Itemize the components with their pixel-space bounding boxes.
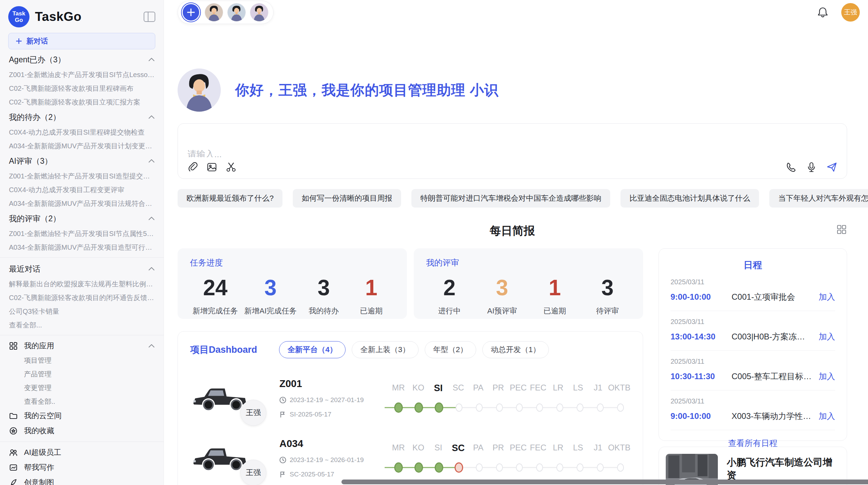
stat-item: 1 已逾期 xyxy=(351,276,392,316)
sidebar-conversation-item[interactable]: C0X4-动力总成开发项目SI里程碑提交物检查 xyxy=(0,125,164,139)
schedule-date: 2025/03/11 xyxy=(671,278,835,286)
dashboard-tab[interactable]: 动总开发（1） xyxy=(482,341,549,358)
dashboard-tab[interactable]: 全新上装（3） xyxy=(352,341,418,358)
recent-chat-avatar[interactable] xyxy=(227,3,246,22)
milestone-node xyxy=(509,462,530,473)
message-input[interactable] xyxy=(188,130,837,157)
sidebar-group-header[interactable]: AI评审（3） xyxy=(0,153,164,169)
suggestion-chip[interactable]: 特朗普可能对进口汽车增税会对中国车企造成哪些影响 xyxy=(411,189,610,208)
sidebar-item-favorites[interactable]: 我的收藏 xyxy=(0,423,164,438)
sidebar-conversation-item[interactable]: Z001-全新燃油轻卡产品开发项目SI造型提交物评审 xyxy=(0,169,164,183)
milestone-dot xyxy=(516,463,523,472)
join-button[interactable]: 加入 xyxy=(819,291,835,302)
new-chat-button[interactable]: 新对话 xyxy=(8,33,155,49)
milestone-node xyxy=(590,402,610,413)
recent-chats-header[interactable]: 最近对话 xyxy=(0,261,164,277)
stat-label: 新增AI完成任务 xyxy=(244,306,297,316)
sidebar-tool-writing[interactable]: 帮我写作 xyxy=(0,460,164,475)
suggestion-chip[interactable]: 比亚迪全固态电池计划具体说了什么 xyxy=(620,189,759,208)
join-button[interactable]: 加入 xyxy=(819,411,835,422)
layout-grid-icon[interactable] xyxy=(836,224,847,235)
milestone-dot xyxy=(536,403,543,412)
milestone-label: SI xyxy=(428,383,448,394)
chevron-up-icon xyxy=(148,159,155,163)
sidebar-group-header[interactable]: 我的评审（2） xyxy=(0,210,164,227)
new-conversation-button[interactable] xyxy=(183,4,199,21)
suggestion-chip[interactable]: 如何写一份清晰的项目周报 xyxy=(293,189,401,208)
milestone-label: J1 xyxy=(588,383,608,394)
recent-chat-avatar[interactable] xyxy=(205,3,223,22)
project-row[interactable]: 王强 Z001 2023-12-19 ~ 2027-01-19 SI-2025-… xyxy=(190,378,630,418)
sidebar-group-header[interactable]: Agent已办（3） xyxy=(0,51,164,68)
sidebar-conversation-item[interactable]: 解释最新出台的欧盟报废车法规再生塑料比例被调至15%... xyxy=(0,277,164,291)
sidebar-conversation-item[interactable]: C02-飞腾新能源轻客改款项目的闭环通告反馈情况 xyxy=(0,291,164,304)
sidebar-conversation-item[interactable]: Z001-全新燃油皮卡产品开发项目SI节点Lesson Learn报告 xyxy=(0,68,164,82)
milestone-dot xyxy=(556,403,563,412)
phone-call-icon[interactable] xyxy=(785,161,797,173)
view-all-schedule-link[interactable]: 查看所有日程 xyxy=(671,430,835,449)
send-icon[interactable] xyxy=(826,161,838,173)
milestone-dot xyxy=(414,402,423,413)
sidebar-conversation-item[interactable]: A034-全新新能源MUV产品开发项目计划变更表编写 xyxy=(0,139,164,153)
milestone-dot xyxy=(455,462,463,473)
chevron-up-icon xyxy=(148,115,155,119)
join-button[interactable]: 加入 xyxy=(819,371,835,382)
sidebar-conversation-item[interactable]: A034-全新新能源MUV产品开发项目法规符合性评审 xyxy=(0,197,164,210)
recent-chat-avatar[interactable] xyxy=(250,3,268,22)
milestone-label: SC xyxy=(448,443,468,453)
notification-bell-icon[interactable] xyxy=(817,7,828,18)
milestone-node xyxy=(570,402,590,413)
sidebar-tool-users[interactable]: AI超级员工 xyxy=(0,445,164,460)
sidebar-conversation-item[interactable]: C02-飞腾新能源轻客改款项目里程碑画布 xyxy=(0,82,164,95)
milestone-label: LS xyxy=(568,383,588,394)
dashboard-tab[interactable]: 全新平台（4） xyxy=(279,341,346,358)
screenshot-scissors-icon[interactable] xyxy=(225,161,237,173)
sidebar-tool-quill[interactable]: 创意制图 xyxy=(0,475,164,485)
image-icon[interactable] xyxy=(206,161,218,173)
stat-value: 3 xyxy=(587,276,628,300)
user-avatar[interactable]: 王强 xyxy=(841,3,860,22)
sidebar-app-item[interactable]: 项目管理 xyxy=(0,353,164,367)
schedule-time: 9:00-10:00 xyxy=(671,411,732,421)
sidebar-app-item[interactable]: 变更管理 xyxy=(0,381,164,395)
sidebar-app-item[interactable]: 产品管理 xyxy=(0,367,164,381)
horizontal-scrollbar[interactable] xyxy=(341,480,868,484)
project-code: A034 xyxy=(279,438,382,449)
sidebar-conversation-item[interactable]: 公司Q3轻卡销量 xyxy=(0,304,164,318)
sidebar-conversation-item[interactable]: C0X4-动力总成开发项目工程变更评审 xyxy=(0,183,164,197)
join-button[interactable]: 加入 xyxy=(819,331,835,342)
project-date-range: 2023-12-19 ~ 2026-01-19 xyxy=(290,456,364,464)
sidebar-group-title: 我的评审（2） xyxy=(9,213,61,224)
sidebar-conversation-item[interactable]: Z001-全新燃油轻卡产品开发项目SI节点属性5D文件评审 xyxy=(0,227,164,240)
schedule-title: 日程 xyxy=(671,259,835,271)
sidebar-conversation-item[interactable]: A034-全新新能源MUV产品开发项目造型可行性评审 xyxy=(0,240,164,254)
milestone-dot xyxy=(597,403,604,412)
suggestion-chip[interactable]: 欧洲新规最近颁布了什么? xyxy=(178,189,282,208)
news-title: 小鹏飞行汽车制造公司增资 xyxy=(727,456,840,482)
sidebar-collapse-icon[interactable] xyxy=(144,12,155,22)
chevron-up-icon xyxy=(148,344,155,348)
schedule-time: 13:00-14:30 xyxy=(671,332,732,341)
project-row[interactable]: 王强 A034 2023-12-19 ~ 2026-01-19 SC-2025-… xyxy=(190,438,630,478)
dashboard-tab[interactable]: 年型（2） xyxy=(425,341,476,358)
milestone-node xyxy=(409,402,429,413)
attachment-icon[interactable] xyxy=(187,161,198,173)
milestone-label: PA xyxy=(468,383,488,394)
apps-grid-icon xyxy=(9,341,18,350)
sidebar-group-title: 我的待办（2） xyxy=(9,112,61,123)
microphone-icon[interactable] xyxy=(806,161,817,173)
sidebar-conversation-item[interactable]: C02-飞腾新能源轻客改款项目立项汇报方案 xyxy=(0,95,164,109)
milestone-label: KO xyxy=(408,383,428,394)
milestone-dot xyxy=(496,403,503,412)
main-content: 王强 你好，王强，我是你的项目管理助理 小识 xyxy=(164,0,868,485)
suggestion-chip[interactable]: 当下年轻人对汽车外观有怎样的喜好趋势 xyxy=(769,189,868,208)
my-apps-header[interactable]: 我的应用 xyxy=(0,338,164,353)
apps-view-all[interactable]: 查看全部.. xyxy=(0,395,164,408)
milestone-dot xyxy=(394,462,403,473)
app-title: TaskGo xyxy=(35,10,144,24)
recent-view-all[interactable]: 查看全部... xyxy=(0,318,164,332)
stat-value: 3 xyxy=(303,276,344,300)
milestone-node xyxy=(509,402,530,413)
sidebar-group-header[interactable]: 我的待办（2） xyxy=(0,109,164,125)
sidebar-item-cloud-space[interactable]: 我的云空间 xyxy=(0,408,164,423)
